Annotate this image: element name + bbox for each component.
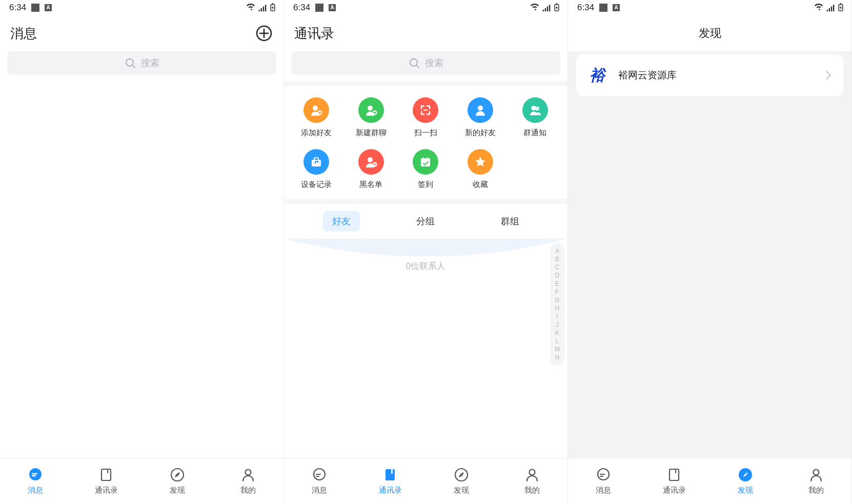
shortcut-label: 新的好友 — [465, 128, 496, 138]
status-time: 6:34 — [577, 3, 594, 13]
tabbar-item-0[interactable]: 消息 — [0, 458, 71, 504]
alpha-A[interactable]: A — [555, 248, 559, 254]
status-time: 6:34 — [9, 3, 26, 13]
header: 发现 — [568, 15, 851, 51]
alpha-K[interactable]: K — [555, 330, 559, 336]
alpha-B[interactable]: B — [555, 256, 559, 262]
alpha-C[interactable]: C — [555, 264, 560, 270]
tabbar-label: 消息 — [28, 486, 43, 495]
alpha-H[interactable]: H — [555, 305, 560, 311]
tabbar-label: 通讯录 — [379, 486, 402, 495]
alpha-D[interactable]: D — [555, 272, 560, 279]
tabbar-icon-3 — [808, 467, 824, 482]
shortcut-user-plus[interactable]: 添加好友 — [289, 97, 344, 138]
shortcut-user[interactable]: 新的好友 — [453, 97, 508, 138]
wifi-icon — [530, 3, 540, 13]
tabbar-item-0[interactable]: 消息 — [568, 458, 639, 504]
screen-contacts: 6:34 A 通讯录 搜索 添加好友新建群聊扫一扫新的好友群通知设备记录黑名单签… — [284, 0, 568, 504]
tabbar-icon-3 — [524, 467, 540, 482]
battery-icon — [553, 3, 560, 13]
status-square-icon — [31, 4, 39, 12]
alpha-E[interactable]: E — [555, 281, 559, 287]
signal-icon — [826, 3, 835, 12]
discover-item[interactable]: 裕 裕网云资源库 — [576, 54, 843, 96]
tabbar-item-2[interactable]: 发现 — [426, 458, 497, 504]
tabbar-item-1[interactable]: 通讯录 — [639, 458, 709, 504]
contact-tab-0[interactable]: 好友 — [323, 211, 360, 232]
tabbar-icon-0 — [596, 467, 611, 482]
status-bar: 6:34 A — [0, 0, 283, 15]
alpha-M[interactable]: M — [555, 346, 560, 352]
search-input[interactable]: 搜索 — [7, 51, 276, 75]
shortcut-calendar[interactable]: 签到 — [398, 149, 453, 190]
contact-tab-1[interactable]: 分组 — [407, 211, 444, 232]
tabbar-label: 我的 — [240, 486, 256, 495]
tabbar-label: 我的 — [524, 486, 540, 495]
tabbar-label: 发现 — [738, 486, 753, 495]
status-a-icon: A — [613, 4, 620, 11]
tab-bar: 消息通讯录发现我的 — [0, 458, 283, 504]
contact-tab-2[interactable]: 群组 — [492, 211, 529, 232]
status-square-icon — [315, 4, 323, 12]
page-title: 发现 — [699, 26, 721, 41]
discover-item-title: 裕网云资源库 — [618, 69, 814, 82]
shortcut-grid: 添加好友新建群聊扫一扫新的好友群通知设备记录黑名单签到收藏 — [284, 86, 567, 199]
add-button[interactable] — [255, 24, 273, 43]
tabbar-icon-1 — [666, 467, 682, 482]
alpha-index[interactable]: ABCDEFGHIJKLMN — [550, 243, 564, 366]
alpha-L[interactable]: L — [556, 338, 559, 344]
tabbar-label: 我的 — [808, 486, 824, 495]
search-icon — [125, 57, 136, 69]
discover-logo-icon: 裕 — [585, 64, 609, 87]
shortcut-user-minus[interactable]: 黑名单 — [344, 149, 399, 190]
shortcut-star[interactable]: 收藏 — [453, 149, 508, 190]
tabbar-item-1[interactable]: 通讯录 — [71, 458, 141, 504]
screen-discover: 6:34 A 发现 裕 裕网云资源库 消息通讯录发现我的 — [568, 0, 852, 504]
alpha-G[interactable]: G — [555, 297, 559, 303]
status-square-icon — [599, 4, 607, 12]
user-minus-icon — [358, 149, 384, 175]
plus-circle-icon — [256, 25, 272, 41]
alpha-J[interactable]: J — [556, 322, 559, 328]
status-icons — [246, 3, 276, 13]
tabbar-item-3[interactable]: 我的 — [213, 458, 283, 504]
tabbar-icon-3 — [240, 467, 256, 482]
status-a-icon: A — [329, 4, 336, 11]
tabbar-item-2[interactable]: 发现 — [142, 458, 213, 504]
status-bar: 6:34 A — [568, 0, 851, 15]
alpha-I[interactable]: I — [556, 313, 558, 320]
shortcut-scan[interactable]: 扫一扫 — [398, 97, 453, 138]
chevron-right-icon — [823, 70, 834, 81]
alpha-F[interactable]: F — [555, 289, 559, 295]
search-input[interactable]: 搜索 — [291, 51, 560, 75]
tabbar-icon-2 — [170, 467, 185, 482]
tabbar-label: 通讯录 — [95, 486, 118, 495]
screen-messages: 6:34 A 消息 搜索 消息通讯录发现我的 — [0, 0, 284, 504]
tabbar-item-3[interactable]: 我的 — [497, 458, 567, 504]
shortcut-label: 添加好友 — [301, 128, 332, 138]
signal-icon — [258, 3, 267, 12]
tabbar-item-0[interactable]: 消息 — [284, 458, 355, 504]
tabbar-label: 消息 — [312, 486, 327, 495]
briefcase-icon — [303, 149, 329, 175]
user-icon — [468, 97, 493, 123]
tabbar-icon-0 — [312, 467, 327, 482]
wifi-icon — [814, 3, 824, 13]
header: 通讯录 — [284, 15, 567, 51]
shortcut-label: 群通知 — [523, 128, 546, 138]
search-placeholder: 搜索 — [425, 57, 443, 69]
scan-icon — [413, 97, 438, 123]
search-placeholder: 搜索 — [141, 57, 159, 69]
shortcut-user-add[interactable]: 新建群聊 — [344, 97, 399, 138]
shortcut-users[interactable]: 群通知 — [508, 97, 562, 138]
shortcut-label: 签到 — [418, 180, 433, 190]
tabbar-item-1[interactable]: 通讯录 — [355, 458, 425, 504]
shortcut-briefcase[interactable]: 设备记录 — [289, 149, 344, 190]
calendar-icon — [413, 149, 438, 175]
tabbar-icon-1 — [98, 467, 114, 482]
tabbar-item-3[interactable]: 我的 — [781, 458, 851, 504]
tabbar-item-2[interactable]: 发现 — [710, 458, 781, 504]
tabbar-label: 消息 — [596, 486, 611, 495]
alpha-N[interactable]: N — [555, 354, 560, 361]
tabbar-icon-2 — [738, 467, 753, 482]
